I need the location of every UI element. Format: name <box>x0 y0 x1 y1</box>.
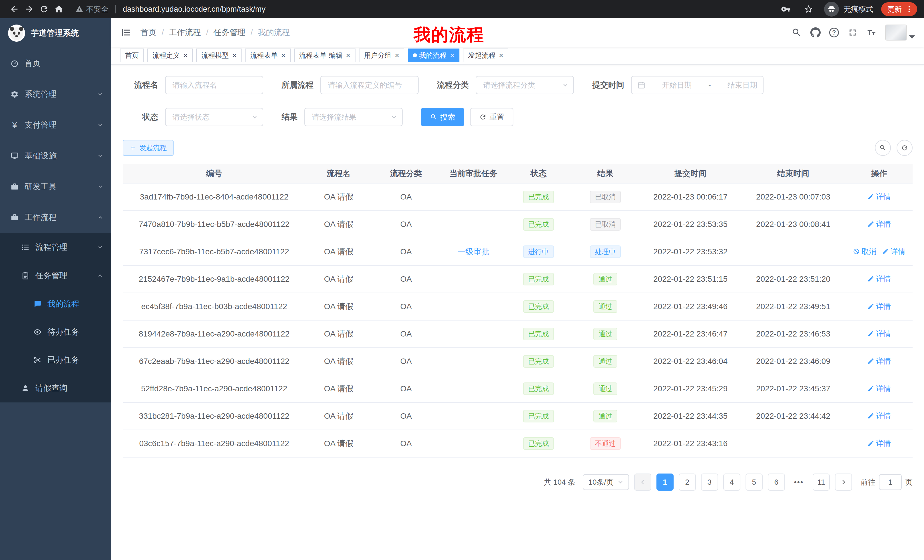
address-bar[interactable]: 不安全 dashboard.yudao.iocoder.cn/bpm/task/… <box>75 4 769 14</box>
tab-close-icon[interactable]: × <box>281 52 285 59</box>
page-size-select[interactable]: 10条/页 <box>583 474 629 490</box>
sidebar-item-payment[interactable]: ¥ 支付管理 <box>0 109 111 141</box>
forward-button[interactable] <box>22 2 36 16</box>
tab[interactable]: 流程定义 × <box>147 48 193 62</box>
breadcrumb-task-mgmt[interactable]: 任务管理 <box>201 27 246 38</box>
sidebar-item-workflow[interactable]: 工作流程 <box>0 202 111 233</box>
security-indicator[interactable]: 不安全 <box>75 4 108 14</box>
page-ellipsis[interactable]: ••• <box>790 473 807 491</box>
font-size-icon[interactable] <box>866 27 877 38</box>
tab-close-icon[interactable]: × <box>183 52 188 59</box>
result-select[interactable] <box>304 108 403 126</box>
toggle-search-button[interactable] <box>875 140 891 156</box>
cancel-action-link[interactable]: 取消 <box>853 247 876 257</box>
sidebar-item-process-mgmt[interactable]: 流程管理 <box>0 233 111 262</box>
tab[interactable]: 用户分组 × <box>359 48 404 62</box>
edit-icon <box>867 385 874 392</box>
breadcrumb-workflow[interactable]: 工作流程 <box>156 27 201 38</box>
tab[interactable]: 发起流程 × <box>463 48 508 62</box>
detail-action-link[interactable]: 详情 <box>867 192 891 202</box>
cell-current-task <box>440 183 507 211</box>
tab-close-icon[interactable]: × <box>499 52 503 59</box>
reset-button[interactable]: 重置 <box>470 108 513 126</box>
password-key-icon[interactable] <box>778 2 793 16</box>
gear-icon <box>10 90 19 99</box>
tab-close-icon[interactable]: × <box>395 52 399 59</box>
cell-result: 不通过 <box>570 430 640 457</box>
sidebar-item-devtools[interactable]: 研发工具 <box>0 171 111 202</box>
tab-close-icon[interactable]: × <box>346 52 350 59</box>
detail-action-link[interactable]: 详情 <box>867 383 891 394</box>
back-button[interactable] <box>7 2 22 16</box>
workflow-icon <box>10 213 19 222</box>
page-button-2[interactable]: 2 <box>679 473 696 491</box>
detail-action-link[interactable]: 详情 <box>867 274 891 284</box>
cell-end-time <box>741 430 846 457</box>
process-definition-input[interactable] <box>320 76 418 94</box>
tab[interactable]: 首页 <box>120 48 144 62</box>
sidebar-item-task-mgmt[interactable]: 任务管理 <box>0 262 111 290</box>
app-logo[interactable]: 芋道管理系统 <box>0 18 111 48</box>
page-button-3[interactable]: 3 <box>701 473 718 491</box>
detail-action-link[interactable]: 详情 <box>867 411 891 421</box>
page-button-4[interactable]: 4 <box>723 473 740 491</box>
sidebar-item-leave-query[interactable]: 请假查询 <box>0 374 111 403</box>
bookmark-star-icon[interactable] <box>801 2 816 16</box>
sidebar-item-home[interactable]: 首页 <box>0 48 111 79</box>
tab[interactable]: 流程表单 × <box>245 48 290 62</box>
refresh-table-button[interactable] <box>897 140 913 156</box>
detail-action-link[interactable]: 详情 <box>867 219 891 229</box>
tab-label: 流程表单 <box>250 51 278 60</box>
sidebar-item-my-process[interactable]: 我的流程 <box>0 290 111 318</box>
result-tag: 已取消 <box>590 218 621 231</box>
goto-page-input[interactable] <box>879 474 902 490</box>
status-label: 状态 <box>123 112 158 123</box>
help-icon[interactable] <box>829 28 839 37</box>
sidebar-toggle-icon[interactable] <box>120 27 131 38</box>
sidebar-item-todo-tasks[interactable]: 待办任务 <box>0 318 111 346</box>
detail-action-link[interactable]: 详情 <box>882 247 906 257</box>
page-button-6[interactable]: 6 <box>768 473 785 491</box>
tab-close-icon[interactable]: × <box>450 52 454 59</box>
cell-end-time: 2022-01-22 23:49:51 <box>741 293 846 320</box>
page-button-11[interactable]: 11 <box>813 473 830 491</box>
kebab-menu-icon[interactable] <box>905 5 913 13</box>
github-icon[interactable] <box>810 27 820 38</box>
process-name-input[interactable] <box>165 76 263 94</box>
home-button[interactable] <box>51 2 66 16</box>
tab[interactable]: 我的流程 × <box>408 48 459 62</box>
sidebar-item-infra[interactable]: 基础设施 <box>0 141 111 171</box>
detail-action-link[interactable]: 详情 <box>867 329 891 339</box>
page-button-5[interactable]: 5 <box>746 473 763 491</box>
cell-current-task <box>440 293 507 320</box>
tab[interactable]: 流程表单-编辑 × <box>294 48 356 62</box>
table-row: ec45f38f-7b9a-11ec-b03b-acde48001122 OA … <box>123 293 913 320</box>
chevron-down-icon <box>391 114 398 120</box>
status-select-input[interactable] <box>165 108 263 126</box>
result-select-input[interactable] <box>304 108 403 126</box>
category-select[interactable] <box>476 76 574 94</box>
detail-action-link[interactable]: 详情 <box>867 439 891 448</box>
breadcrumb-home[interactable]: 首页 <box>141 27 156 38</box>
prev-page-button[interactable] <box>634 473 651 491</box>
search-button[interactable]: 搜索 <box>421 108 464 126</box>
category-select-input[interactable] <box>476 76 574 94</box>
user-avatar[interactable] <box>885 24 915 40</box>
start-process-button[interactable]: 发起流程 <box>123 140 174 156</box>
approval-task-link[interactable]: 一级审批 <box>458 247 489 256</box>
tab[interactable]: 流程模型 × <box>196 48 242 62</box>
next-page-button[interactable] <box>835 473 852 491</box>
page-button-1[interactable]: 1 <box>657 473 674 491</box>
sidebar-item-done-tasks[interactable]: 已办任务 <box>0 346 111 374</box>
reload-button[interactable] <box>36 2 51 16</box>
chrome-update-button[interactable]: 更新 <box>881 2 917 16</box>
detail-action-link[interactable]: 详情 <box>867 301 891 311</box>
submit-time-range-picker[interactable]: 开始日期 - 结束日期 <box>631 76 764 94</box>
fullscreen-icon[interactable] <box>848 27 858 38</box>
tab-close-icon[interactable]: × <box>232 52 236 59</box>
header-search-icon[interactable] <box>792 27 802 38</box>
sidebar-item-system[interactable]: 系统管理 <box>0 79 111 109</box>
detail-action-link[interactable]: 详情 <box>867 356 891 366</box>
status-select[interactable] <box>165 108 263 126</box>
result-tag: 通过 <box>593 300 617 313</box>
